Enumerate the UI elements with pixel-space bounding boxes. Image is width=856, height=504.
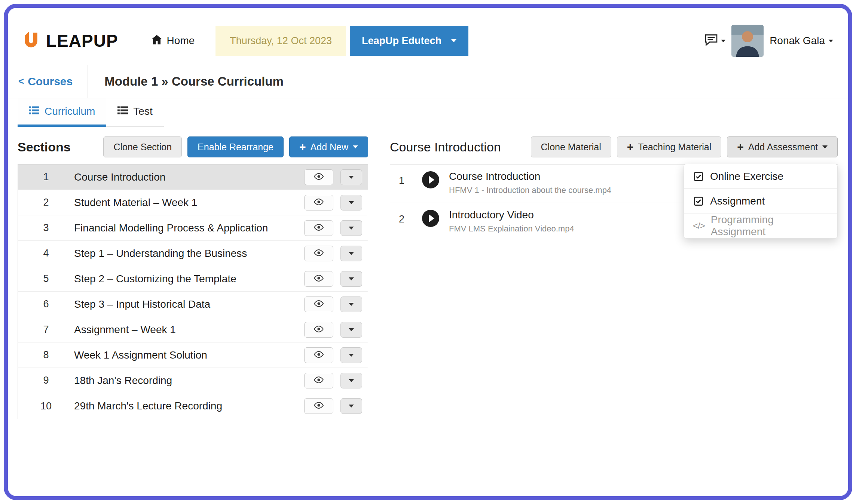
section-row[interactable]: 10 29th March's Lecture Recording <box>18 393 368 419</box>
preview-button[interactable] <box>304 296 333 312</box>
chevron-down-icon <box>349 328 354 331</box>
section-options-button[interactable] <box>340 246 362 261</box>
list-icon <box>29 105 39 117</box>
section-number: 9 <box>18 375 74 386</box>
preview-button[interactable] <box>304 246 333 261</box>
section-row[interactable]: 7 Assignment – Week 1 <box>18 317 368 342</box>
preview-button[interactable] <box>304 195 333 210</box>
avatar[interactable] <box>731 25 764 57</box>
section-options-button[interactable] <box>340 373 362 388</box>
checkbox-checked-icon <box>693 196 704 207</box>
section-name: Step 3 – Input Historical Data <box>74 298 304 310</box>
breadcrumb: < Courses Module 1 » Course Curriculum <box>8 65 848 98</box>
section-name: Step 1 – Understanding the Business <box>74 248 304 259</box>
tab-curriculum[interactable]: Curriculum <box>18 98 106 127</box>
brand-logo[interactable]: LEAPUP <box>21 30 118 52</box>
preview-button[interactable] <box>304 169 333 185</box>
nav-home-link[interactable]: Home <box>151 34 195 47</box>
eye-icon <box>314 351 324 360</box>
section-row[interactable]: 9 18th Jan's Recording <box>18 368 368 393</box>
section-name: 18th Jan's Recording <box>74 375 304 387</box>
section-number: 1 <box>18 171 74 183</box>
chevron-left-icon: < <box>18 76 24 87</box>
section-options-button[interactable] <box>340 271 362 287</box>
chevron-down-icon <box>349 303 354 306</box>
user-menu[interactable]: Ronak Gala <box>770 35 833 47</box>
eye-icon <box>314 224 324 233</box>
tab-strip: Curriculum Test <box>18 98 164 127</box>
preview-button[interactable] <box>304 373 333 388</box>
play-button[interactable] <box>422 210 439 227</box>
navbar-right: Ronak Gala <box>704 25 833 57</box>
org-dropdown-button[interactable]: LeapUp Edutech <box>350 26 468 56</box>
material-filename: FMV LMS Explaination Video.mp4 <box>449 224 574 234</box>
home-icon <box>151 34 162 47</box>
material-number: 2 <box>390 209 415 225</box>
section-number: 4 <box>18 248 74 259</box>
section-row[interactable]: 6 Step 3 – Input Historical Data <box>18 292 368 317</box>
back-to-courses-link[interactable]: < Courses <box>8 65 88 98</box>
preview-button[interactable] <box>304 398 333 414</box>
section-number: 6 <box>18 298 74 310</box>
section-number: 7 <box>18 324 74 335</box>
section-row[interactable]: 8 Week 1 Assignment Solution <box>18 342 368 368</box>
section-options-button[interactable] <box>340 169 362 185</box>
section-options-button[interactable] <box>340 322 362 338</box>
page-title: Module 1 » Course Curriculum <box>104 65 284 98</box>
home-label: Home <box>167 35 195 47</box>
menu-item[interactable]: </> Programming Assignment <box>684 213 837 238</box>
eye-icon <box>314 402 324 411</box>
app-frame: LEAPUP Home Thursday, 12 Oct 2023 LeapUp… <box>4 4 852 500</box>
section-row[interactable]: 1 Course Introduction <box>18 165 368 190</box>
chat-icon <box>704 34 718 48</box>
section-row[interactable]: 3 Financial Modelling Process & Applicat… <box>18 215 368 241</box>
eye-icon <box>314 376 324 385</box>
clone-material-button[interactable]: Clone Material <box>531 136 611 157</box>
chevron-down-icon <box>349 227 354 230</box>
date-display: Thursday, 12 Oct 2023 <box>215 26 346 56</box>
section-row[interactable]: 4 Step 1 – Understanding the Business <box>18 241 368 266</box>
plus-icon: + <box>627 141 634 153</box>
chevron-down-icon <box>349 354 354 357</box>
tab-test[interactable]: Test <box>106 98 163 127</box>
section-options-button[interactable] <box>340 347 362 363</box>
sections-panel: Sections Clone Section Enable Rearrange … <box>18 136 368 419</box>
section-options-button[interactable] <box>340 220 362 236</box>
enable-rearrange-button[interactable]: Enable Rearrange <box>187 136 284 157</box>
section-row[interactable]: 5 Step 2 – Customizing the Template <box>18 266 368 292</box>
section-name: Financial Modelling Process & Applicatio… <box>74 222 304 234</box>
section-name: Student Material – Week 1 <box>74 197 304 209</box>
main-content: Sections Clone Section Enable Rearrange … <box>8 127 848 419</box>
logo-u-icon <box>21 30 42 52</box>
preview-button[interactable] <box>304 220 333 236</box>
logo-text: LEAPUP <box>46 31 118 51</box>
eye-icon <box>314 249 324 258</box>
section-row[interactable]: 2 Student Material – Week 1 <box>18 190 368 215</box>
section-number: 10 <box>18 400 74 412</box>
tabs-row: Curriculum Test <box>8 98 848 127</box>
preview-button[interactable] <box>304 322 333 338</box>
section-number: 2 <box>18 197 74 208</box>
chevron-down-icon <box>349 405 354 408</box>
section-options-button[interactable] <box>340 195 362 210</box>
chevron-down-icon <box>829 40 833 42</box>
plus-icon: + <box>737 141 744 153</box>
preview-button[interactable] <box>304 271 333 287</box>
menu-item[interactable]: Online Exercise <box>684 164 837 189</box>
preview-button[interactable] <box>304 347 333 363</box>
section-options-button[interactable] <box>340 296 362 312</box>
section-options-button[interactable] <box>340 398 362 414</box>
sections-title: Sections <box>18 140 71 154</box>
section-name: Week 1 Assignment Solution <box>74 349 304 361</box>
clone-section-button[interactable]: Clone Section <box>103 136 182 157</box>
section-name: Assignment – Week 1 <box>74 324 304 336</box>
navbar: LEAPUP Home Thursday, 12 Oct 2023 LeapUp… <box>8 17 848 65</box>
teaching-material-button[interactable]: + Teaching Material <box>617 136 721 157</box>
add-assessment-menu: Online Exercise Assignment <box>684 164 838 239</box>
add-assessment-button[interactable]: + Add Assessment <box>727 136 838 157</box>
add-new-button[interactable]: + Add New <box>289 136 368 157</box>
play-button[interactable] <box>422 171 439 188</box>
menu-item[interactable]: Assignment <box>684 189 837 213</box>
messages-dropdown[interactable] <box>704 34 725 48</box>
material-filename: HFMV 1 - Introduction about the course.m… <box>449 185 611 195</box>
